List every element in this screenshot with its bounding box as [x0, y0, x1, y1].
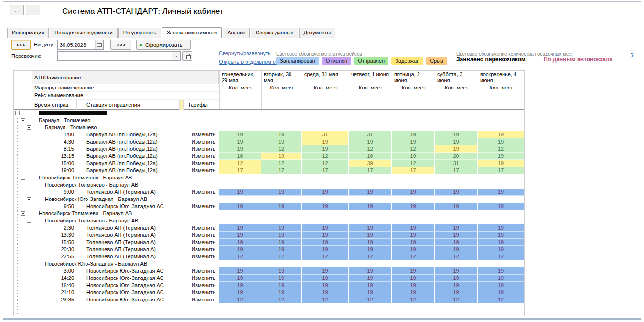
seats-cell[interactable]: 19 — [478, 267, 524, 275]
trip-row[interactable]: 22:55Толмачево АП (Терминал А)Изменить12… — [14, 253, 524, 260]
seats-cell[interactable]: 19 — [435, 267, 478, 275]
prev-period-button[interactable]: <<< — [11, 40, 31, 50]
direction-row[interactable]: Новосибирск Юго-Западная - Барнаул АВ — [14, 260, 524, 267]
trip-row[interactable]: 19:00Барнаул АВ (пл.Победы,12а)Изменить1… — [14, 167, 524, 174]
atp-row[interactable] — [14, 110, 524, 117]
seats-cell[interactable]: 19 — [392, 224, 435, 232]
edit-link[interactable]: Изменить — [184, 160, 219, 167]
seats-cell[interactable]: 12 — [261, 253, 302, 260]
edit-link[interactable]: Изменить — [184, 275, 219, 282]
tree-expander-icon[interactable] — [27, 262, 31, 266]
edit-link[interactable]: Изменить — [184, 232, 219, 239]
seats-cell[interactable]: 19 — [349, 203, 392, 210]
edit-link[interactable]: Изменить — [184, 296, 219, 303]
trip-row[interactable]: 21:10Новосибирск Юго-Западная АСИзменить… — [14, 289, 524, 296]
seats-cell[interactable]: 19 — [435, 131, 478, 138]
seats-cell[interactable]: 12 — [435, 253, 478, 260]
seats-cell[interactable]: 19 — [392, 203, 435, 210]
seats-cell[interactable]: 12 — [392, 253, 435, 260]
tree-expander-icon[interactable] — [27, 125, 31, 130]
seats-cell[interactable]: 19 — [219, 138, 261, 145]
seats-cell[interactable]: 12 — [261, 145, 302, 153]
trip-row[interactable]: 8:15Барнаул АВ (пл.Победы,12а)Изменить19… — [14, 145, 524, 153]
trip-row[interactable]: 4:30Барнаул АВ (пл.Победы,12а)Изменить19… — [14, 138, 524, 145]
calendar-button[interactable] — [95, 40, 103, 49]
trip-row[interactable]: 13:30Толмачево АП (Терминал А)Изменить19… — [14, 232, 524, 239]
seats-cell[interactable]: 19 — [349, 138, 392, 145]
tab-data-reconciliation[interactable]: Сверка данных — [251, 28, 298, 38]
seats-cell[interactable]: 19 — [349, 289, 392, 296]
seats-cell[interactable]: 19 — [302, 282, 349, 289]
tab-capacity-request[interactable]: Заявка вместимости — [162, 27, 222, 38]
tree-expander-icon[interactable] — [21, 211, 25, 216]
seats-cell[interactable]: 19 — [261, 224, 302, 232]
seats-cell[interactable]: 19 — [349, 232, 392, 239]
seats-cell[interactable]: 39 — [349, 160, 392, 167]
seats-cell[interactable]: 31 — [349, 131, 392, 138]
tree-expander-icon[interactable] — [15, 111, 20, 115]
seats-cell[interactable]: 19 — [261, 232, 302, 239]
trip-row[interactable]: 16:40Новосибирск Юго-Западная АСИзменить… — [14, 282, 524, 289]
seats-cell[interactable]: 19 — [349, 189, 392, 196]
seats-cell[interactable]: 17 — [261, 167, 302, 174]
tab-information[interactable]: Информация — [7, 28, 49, 38]
tree-expander-icon[interactable] — [27, 197, 31, 201]
seats-cell[interactable]: 19 — [302, 232, 349, 239]
seats-cell[interactable]: 19 — [349, 282, 392, 289]
seats-cell[interactable]: 20 — [435, 153, 478, 160]
seats-cell[interactable]: 12 — [349, 145, 392, 153]
seats-cell[interactable]: 19 — [219, 131, 261, 138]
trip-row[interactable]: 9:00Толмачево АП (Терминал А)Изменить191… — [14, 189, 524, 196]
seats-cell[interactable]: 19 — [261, 239, 302, 246]
direction-row[interactable]: Новосибирск Толмачево - Барнаул АВ — [14, 217, 524, 224]
seats-cell[interactable]: 19 — [478, 138, 524, 145]
back-button[interactable]: ← — [10, 5, 24, 15]
seats-cell[interactable]: 19 — [219, 275, 261, 282]
seats-cell[interactable]: 19 — [219, 239, 261, 246]
tab-documents[interactable]: Документы — [299, 28, 336, 38]
seats-cell[interactable]: 16 — [219, 153, 261, 160]
seats-cell[interactable]: 19 — [392, 232, 435, 239]
trip-row[interactable]: 1:00Барнаул АВ (пл.Победы,12а)Изменить19… — [14, 131, 524, 138]
seats-cell[interactable]: 19 — [349, 246, 392, 253]
edit-link[interactable]: Изменить — [184, 253, 219, 260]
seats-cell[interactable]: 19 — [219, 289, 261, 296]
seats-cell[interactable]: 17 — [219, 167, 261, 174]
seats-cell[interactable]: 19 — [261, 153, 302, 160]
direction-row[interactable]: Барнаул - Толмачево — [14, 124, 524, 131]
seats-cell[interactable]: 19 — [302, 138, 349, 145]
trip-row[interactable]: 13:15Барнаул АВ (пл.Победы,12а)Изменить1… — [14, 153, 524, 160]
date-input[interactable] — [58, 40, 95, 49]
route-group-row[interactable]: Новосибирск Толмачево - Барнаул АВ — [14, 210, 524, 217]
seats-cell[interactable]: 19 — [478, 203, 524, 210]
edit-link[interactable]: Изменить — [184, 289, 219, 296]
seats-cell[interactable]: 19 — [478, 289, 524, 296]
seats-cell[interactable]: 19 — [302, 145, 349, 153]
edit-link[interactable]: Изменить — [184, 167, 219, 174]
tab-boarding-sheets[interactable]: Посадочные ведомости — [50, 28, 117, 38]
seats-cell[interactable]: 19 — [219, 232, 261, 239]
seats-cell[interactable]: 19 — [349, 224, 392, 232]
route-group-row[interactable]: Новосибирск Толмачево - Барнаул АВ — [14, 174, 524, 181]
seats-cell[interactable]: 17 — [392, 167, 435, 174]
edit-link[interactable]: Изменить — [184, 267, 219, 275]
seats-cell[interactable]: 19 — [261, 289, 302, 296]
seats-cell[interactable]: 19 — [302, 246, 349, 253]
seats-cell[interactable]: 19 — [478, 246, 524, 253]
open-in-window-link[interactable]: Открыть в отдельном окне — [219, 59, 284, 65]
seats-cell[interactable]: 19 — [478, 282, 524, 289]
seats-cell[interactable]: 19 — [435, 289, 478, 296]
carrier-dropdown-button[interactable]: ▼ — [172, 52, 180, 60]
seats-cell[interactable]: 12 — [302, 296, 349, 303]
forward-button[interactable]: → — [26, 5, 40, 15]
seats-cell[interactable]: 19 — [435, 145, 478, 153]
seats-cell[interactable]: 12 — [478, 296, 524, 303]
seats-cell[interactable]: 12 — [219, 296, 261, 303]
seats-cell[interactable]: 17 — [435, 167, 478, 174]
seats-cell[interactable]: 19 — [478, 224, 524, 232]
seats-cell[interactable]: 19 — [392, 189, 435, 196]
seats-cell[interactable]: 19 — [392, 153, 435, 160]
seats-cell[interactable]: 12 — [302, 153, 349, 160]
seats-cell[interactable]: 19 — [302, 224, 349, 232]
seats-cell[interactable]: 19 — [261, 282, 302, 289]
